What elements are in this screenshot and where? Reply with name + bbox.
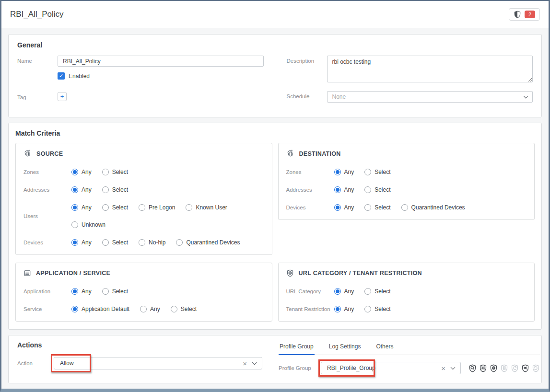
radio-option-select[interactable]: Select <box>364 288 390 295</box>
radio-icon[interactable] <box>71 306 78 312</box>
radio-icon[interactable] <box>186 204 192 211</box>
radio-option-any[interactable]: Any <box>334 306 354 312</box>
wildfire-shield-icon <box>532 364 540 372</box>
policy-editor-window: RBI_All_Policy 2 General Name <box>0 0 550 392</box>
radio-option-select[interactable]: Select <box>364 186 390 193</box>
profile-group-select[interactable]: RBI_Profile_Group × <box>321 362 461 374</box>
radio-option-any[interactable]: Any <box>334 186 354 193</box>
radio-icon[interactable] <box>102 186 109 193</box>
panel-destination: DESTINATIONZonesAnySelectAddressesAnySel… <box>278 143 535 220</box>
radio-label: Any <box>82 288 92 295</box>
radio-label: Any <box>344 169 354 175</box>
radio-option-any[interactable]: Any <box>71 169 92 175</box>
radio-icon[interactable] <box>71 239 78 246</box>
profile-alert-button[interactable]: 2 <box>509 8 540 21</box>
app-list-icon <box>23 269 31 277</box>
tab-profile-group[interactable]: Profile Group <box>279 341 315 355</box>
antivirus-shield-icon <box>521 364 529 372</box>
header: RBI_All_Policy 2 <box>1 1 549 28</box>
radio-label: Select <box>374 186 390 193</box>
radio-icon[interactable] <box>364 186 371 193</box>
chevron-down-icon[interactable] <box>252 360 257 365</box>
radio-option-any[interactable]: Any <box>71 186 92 193</box>
schedule-select[interactable]: None <box>327 91 533 103</box>
criteria-row-devices: DevicesAnySelectNo-hipQuarantined Device… <box>23 239 264 246</box>
radio-option-select[interactable]: Select <box>364 204 390 211</box>
radio-icon[interactable] <box>334 186 341 193</box>
radio-icon[interactable] <box>102 239 109 246</box>
globe-sync-icon <box>286 150 294 158</box>
radio-icon[interactable] <box>334 204 341 211</box>
radio-icon[interactable] <box>334 306 341 312</box>
radio-label: Select <box>374 169 390 175</box>
radio-icon[interactable] <box>139 204 145 211</box>
radio-option-application-default[interactable]: Application Default <box>71 306 129 312</box>
radio-icon[interactable] <box>102 288 109 295</box>
radio-icon[interactable] <box>334 169 341 175</box>
radio-option-select[interactable]: Select <box>102 186 128 193</box>
radio-icon[interactable] <box>102 204 109 211</box>
radio-icon[interactable] <box>139 239 145 246</box>
radio-option-quarantined-devices[interactable]: Quarantined Devices <box>176 239 240 246</box>
radio-icon[interactable] <box>401 204 408 211</box>
radio-icon[interactable] <box>364 204 371 211</box>
tab-log-settings[interactable]: Log Settings <box>328 341 362 355</box>
radio-icon[interactable] <box>71 186 78 193</box>
panel-source: SOURCEZonesAnySelectAddressesAnySelectUs… <box>15 143 272 255</box>
radio-option-any[interactable]: Any <box>71 288 92 295</box>
clear-icon[interactable]: × <box>243 360 247 367</box>
radio-icon[interactable] <box>364 306 371 312</box>
match-criteria-title: Match Criteria <box>15 129 535 137</box>
chevron-down-icon[interactable] <box>451 365 456 369</box>
actions-title: Actions <box>17 341 279 349</box>
add-tag-button[interactable]: + <box>58 92 67 101</box>
name-input[interactable] <box>58 56 264 67</box>
radio-option-any[interactable]: Any <box>334 204 354 211</box>
radio-icon[interactable] <box>71 288 78 295</box>
radio-icon[interactable] <box>71 169 78 175</box>
radio-option-select[interactable]: Select <box>102 169 128 175</box>
radio-option-no-hip[interactable]: No-hip <box>139 239 165 246</box>
radio-icon[interactable] <box>171 306 177 312</box>
panel-url-category-tenant-restriction: URL CATEGORY / TENANT RESTRICTIONURL Cat… <box>278 263 535 322</box>
criteria-label: Addresses <box>286 187 334 193</box>
radio-option-select[interactable]: Select <box>364 169 390 175</box>
schedule-value: None <box>332 93 525 100</box>
radio-icon[interactable] <box>364 288 371 295</box>
radio-icon[interactable] <box>364 169 371 175</box>
tab-others[interactable]: Others <box>375 341 394 355</box>
radio-option-select[interactable]: Select <box>102 288 128 295</box>
clear-icon[interactable]: × <box>441 365 445 372</box>
radio-option-any[interactable]: Any <box>334 288 354 295</box>
radio-option-select[interactable]: Select <box>171 306 197 312</box>
description-textarea[interactable]: rbi ocbc testing <box>327 56 533 82</box>
radio-option-pre-logon[interactable]: Pre Logon <box>139 204 175 211</box>
radio-label: Select <box>112 288 128 295</box>
radio-icon[interactable] <box>176 239 183 246</box>
radio-icon[interactable] <box>71 204 78 211</box>
radio-option-any[interactable]: Any <box>334 169 354 175</box>
radio-option-unknown[interactable]: Unknown <box>71 221 105 228</box>
radio-icon[interactable] <box>71 221 78 228</box>
description-label: Description <box>287 56 327 64</box>
action-select[interactable]: Allow × <box>54 357 262 369</box>
enabled-label: Enabled <box>69 73 90 80</box>
radio-option-any[interactable]: Any <box>140 306 160 312</box>
alert-count-badge: 2 <box>525 11 535 18</box>
radio-option-select[interactable]: Select <box>102 239 128 246</box>
radio-label: Application Default <box>82 306 129 312</box>
criteria-label: Application <box>23 288 71 294</box>
enabled-checkbox[interactable] <box>58 72 65 80</box>
radio-option-quarantined-devices[interactable]: Quarantined Devices <box>401 204 465 211</box>
radio-icon[interactable] <box>102 169 109 175</box>
tag-label: Tag <box>17 92 58 100</box>
radio-option-any[interactable]: Any <box>71 239 92 246</box>
radio-option-known-user[interactable]: Known User <box>186 204 227 211</box>
criteria-row-zones: ZonesAnySelect <box>23 169 264 175</box>
radio-option-select[interactable]: Select <box>102 204 128 211</box>
content-area: General Name Enabled Tag + <box>1 28 549 392</box>
radio-option-any[interactable]: Any <box>71 204 92 211</box>
radio-option-select[interactable]: Select <box>364 306 390 312</box>
radio-icon[interactable] <box>140 306 147 312</box>
radio-icon[interactable] <box>334 288 341 295</box>
